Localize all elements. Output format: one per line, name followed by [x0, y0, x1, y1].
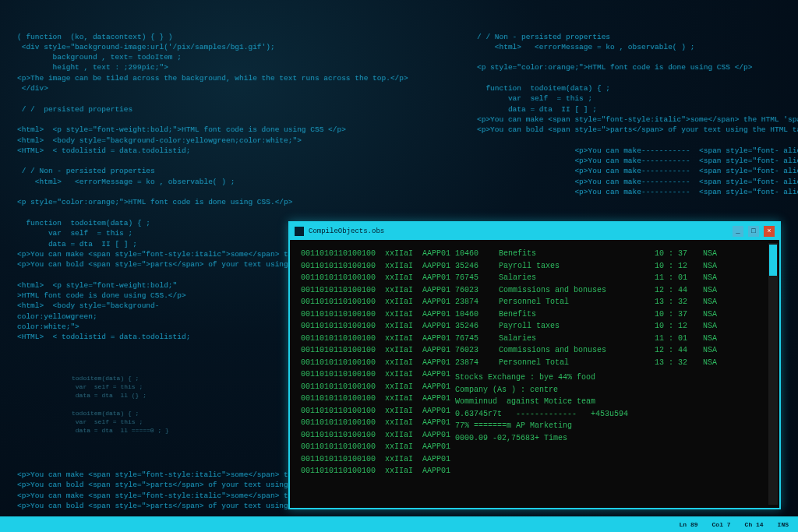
- binary-column: 0011010110100100 0011010110100100 001101…: [301, 248, 385, 500]
- data-row: 35246Payroll taxes10 : 12NSA: [455, 320, 768, 333]
- row-name: Commissions and bonuses: [499, 284, 655, 297]
- minimize-button[interactable]: _: [733, 226, 743, 237]
- row-time: 11 : 01: [655, 272, 703, 284]
- row-id: 35246: [455, 320, 499, 333]
- data-row: 76023Commissions and bonuses12 : 44NSA: [455, 284, 768, 297]
- data-row: 35246Payroll taxes10 : 12NSA: [455, 260, 768, 273]
- row-name: Commissions and bonuses: [499, 344, 655, 357]
- row-id: 10460: [455, 248, 499, 260]
- row-tag: NSA: [703, 357, 717, 369]
- row-time: 10 : 12: [655, 320, 703, 333]
- row-time: 10 : 37: [655, 248, 703, 260]
- system-column: xxIIaI AAPP01 xxIIaI AAPP01 xxIIaI AAPP0…: [385, 248, 455, 500]
- row-name: Benefits: [499, 308, 655, 321]
- terminal-titlebar[interactable]: CompileObjects.obs _ □ ×: [290, 223, 779, 240]
- row-id: 76023: [455, 344, 499, 357]
- row-id: 23874: [455, 357, 499, 369]
- row-time: 12 : 44: [655, 344, 703, 357]
- terminal-body: 0011010110100100 0011010110100100 001101…: [290, 240, 779, 508]
- extra-info: Stocks Exchange : bye 44% food Company (…: [455, 372, 768, 444]
- terminal-title: CompileObjects.obs: [309, 227, 384, 235]
- status-col: Col 7: [712, 521, 731, 528]
- data-row: 10460Benefits10 : 37NSA: [455, 248, 768, 260]
- row-tag: NSA: [703, 296, 717, 308]
- close-button[interactable]: ×: [764, 226, 775, 237]
- row-tag: NSA: [703, 272, 717, 284]
- row-tag: NSA: [703, 344, 717, 357]
- data-row: 76745Salaries11 : 01NSA: [455, 272, 768, 284]
- row-tag: NSA: [703, 284, 717, 297]
- row-name: Personnel Total: [499, 296, 655, 308]
- row-time: 11 : 01: [655, 333, 703, 345]
- data-row: 76745Salaries11 : 01NSA: [455, 333, 768, 345]
- data-row: 23874Personnel Total13 : 32NSA: [455, 296, 768, 308]
- row-time: 10 : 12: [655, 260, 703, 273]
- row-id: 76745: [455, 333, 499, 345]
- status-ch: Ch 14: [745, 521, 764, 528]
- status-line: Ln 89: [680, 521, 698, 528]
- row-tag: NSA: [703, 320, 717, 333]
- row-time: 12 : 44: [655, 284, 703, 297]
- row-name: Salaries: [499, 333, 655, 345]
- data-column: 10460Benefits10 : 37NSA35246Payroll taxe…: [455, 248, 768, 500]
- data-row: 10460Benefits10 : 37NSA: [455, 308, 768, 321]
- row-tag: NSA: [703, 308, 717, 321]
- data-row: 76023Commissions and bonuses12 : 44NSA: [455, 344, 768, 357]
- status-ins: INS: [778, 521, 789, 528]
- row-tag: NSA: [703, 260, 717, 273]
- row-id: 10460: [455, 308, 499, 321]
- code-block-left: ( function (ko, datacontext) { } ) <div …: [17, 11, 298, 532]
- row-id: 76023: [455, 284, 499, 297]
- code-text: <p>You can make <span style="font-style:…: [17, 470, 298, 511]
- row-id: 23874: [455, 296, 499, 308]
- terminal-scrollbar[interactable]: [768, 243, 778, 505]
- taskbar: Ln 89 Col 7 Ch 14 INS: [0, 516, 798, 532]
- row-time: 13 : 32: [655, 357, 703, 369]
- row-name: Payroll taxes: [499, 260, 655, 273]
- row-id: 76745: [455, 272, 499, 284]
- row-time: 10 : 37: [655, 308, 703, 321]
- row-id: 35246: [455, 260, 499, 273]
- row-tag: NSA: [703, 248, 717, 260]
- row-name: Salaries: [499, 272, 655, 284]
- terminal-window: CompileObjects.obs _ □ × 001101011010010…: [288, 221, 781, 509]
- maximize-button[interactable]: □: [748, 226, 759, 237]
- scrollbar-thumb[interactable]: [769, 245, 777, 276]
- code-text: / / Non - persisted properties <html> <e…: [477, 32, 789, 198]
- row-time: 13 : 32: [655, 296, 703, 308]
- row-name: Personnel Total: [499, 357, 655, 369]
- data-row: 23874Personnel Total13 : 32NSA: [455, 357, 768, 369]
- code-text: ( function (ko, datacontext) { } ) <div …: [17, 32, 298, 343]
- app-icon: [295, 227, 304, 236]
- code-text-faded: todoitem(data) { ; var self = this ; dat…: [72, 374, 298, 435]
- row-name: Benefits: [499, 248, 655, 260]
- row-tag: NSA: [703, 333, 717, 345]
- row-name: Payroll taxes: [499, 320, 655, 333]
